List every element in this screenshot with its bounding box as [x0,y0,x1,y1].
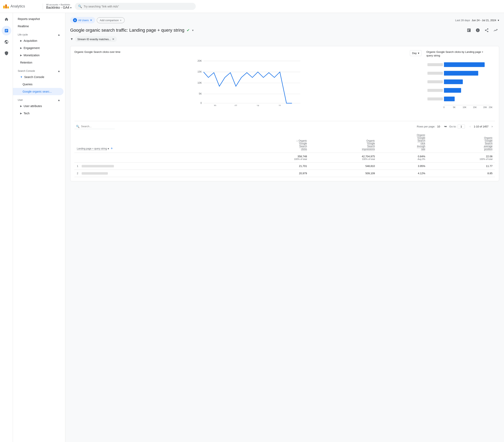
all-users-label: All Users [78,19,89,22]
search-console-label: Search Console [24,75,44,79]
status-check-icon: ✔ [187,28,190,33]
google-organic-label: Google organic searc... [23,90,52,93]
row1-page-cell: 1 [74,163,242,170]
nav-advertising-btn[interactable] [2,48,11,58]
filter-chip-close-icon[interactable]: ✕ [112,37,114,41]
stream-id-filter-chip[interactable]: Stream ID exactly matches... ✕ [75,36,117,42]
total-impressions-cell: 42,704,975 100% of total [309,153,378,163]
nav-reports-btn[interactable] [2,26,11,36]
sidebar-item-acquisition[interactable]: ▶ Acquisition [13,37,65,44]
analytics-logo-icon [3,4,9,8]
all-users-badge[interactable]: A All Users ✕ [70,17,95,23]
svg-text:07: 07 [235,104,237,106]
svg-text:21: 21 [279,104,281,106]
compare-icon-btn[interactable] [465,27,472,34]
pagination: ‹ 1-10 of 1457 › [467,124,495,129]
line-chart-title: Organic Google Search clicks over time [74,50,120,54]
svg-text:25K: 25K [489,106,492,109]
sidebar-item-retention[interactable]: Retention [13,59,65,66]
dropdown-arrow-col[interactable]: ▾ [108,147,109,150]
col-header-ctr[interactable]: OrganicGoogleSearchclickthroughrate [378,132,428,153]
sidebar: Reports snapshot Realtime Life cycle ▲ ▶… [13,13,65,442]
search-input[interactable] [84,5,193,8]
sidebar-item-tech[interactable]: ▶ Tech [13,110,65,117]
total-clicks-cell: 358,748 100% of total [242,153,309,163]
account-name-dropdown[interactable]: Backlinko - GA4 ▾ [46,6,72,9]
tech-label: Tech [24,112,30,115]
search-console-section-header[interactable]: Search Console ▲ [13,66,65,74]
user-circle-icon: A [73,18,77,22]
lifecycle-section-header[interactable]: Life cycle ▲ [13,30,65,37]
rows-per-page-select[interactable]: 10 25 50 [436,125,447,128]
svg-rect-23 [444,88,461,93]
col-header-landing-page[interactable]: Landing page + query string ▾ + [74,132,242,153]
user-section-label: User [18,99,23,101]
pagination-text: 1-10 of 1457 [474,125,488,128]
row1-impressions-cell: 548,810 [309,163,378,170]
row1-clicks-cell: 21,701 [242,163,309,170]
acquisition-label: Acquisition [24,39,37,42]
row2-ctr-cell: 4.12% [378,170,428,177]
chevron-right-icon-3: ▶ [20,54,22,57]
total-position-sub: 100% of total [430,158,492,160]
sidebar-item-reports-snapshot[interactable]: Reports snapshot [13,15,65,23]
add-column-btn[interactable]: + [111,147,113,151]
row2-page-cell: 2 [74,170,242,177]
svg-text:15K: 15K [198,70,202,73]
close-icon: ✕ [90,18,92,22]
chevron-right-icon-2: ▶ [20,47,22,49]
col-header-position[interactable]: OrganicGoogleSearchaverageposition [428,132,495,153]
nav-explore-btn[interactable] [2,37,11,47]
svg-text:15K: 15K [473,106,477,109]
charts-row: Organic Google Search clicks over time D… [74,50,495,121]
goto-label: Go to: [449,125,456,128]
day-selector[interactable]: Day ▾ [410,50,422,56]
bar-chart-area: Organic Google Search clicks by Landing … [426,50,495,121]
sidebar-item-engagement[interactable]: ▶ Engagement [13,44,65,52]
global-search-bar[interactable]: 🔍 [75,3,196,10]
svg-text:30: 30 [214,104,216,106]
svg-rect-17 [444,62,485,67]
share-icon-btn[interactable] [483,27,490,34]
svg-text:5K: 5K [453,106,456,109]
monetization-label: Monetization [24,54,39,57]
trending-icon-btn[interactable] [492,27,499,34]
col-header-impressions[interactable]: OrganicGoogleSearchimpressions [309,132,378,153]
total-ctr-cell: 0.84% Avg 0% [378,153,428,163]
sidebar-item-queries[interactable]: Queries [13,81,65,88]
sidebar-item-google-organic[interactable]: Google organic searc... [13,88,64,95]
sidebar-item-user-attributes[interactable]: ▶ User attributes [13,102,65,110]
day-selector-label: Day [412,52,417,55]
total-clicks-sub: 100% of total [245,158,307,160]
insights-icon-btn[interactable] [474,27,481,34]
chevron-down-icon-rows: ▾ [446,125,447,128]
nav-home-btn[interactable] [2,15,11,24]
sidebar-item-monetization[interactable]: ▶ Monetization [13,52,65,59]
table-search-icon: 🔍 [76,125,79,128]
goto-input[interactable] [458,124,465,129]
table-search-area[interactable]: 🔍 [74,124,115,129]
rows-per-page-control: Rows per page: 10 25 50 ▾ [417,125,447,128]
chevron-down-icon-sc: ▼ [20,76,23,78]
add-comparison-button[interactable]: Add comparison + [97,17,125,23]
data-table: Landing page + query string ▾ + ↓ Organi… [74,132,495,177]
svg-text:10K: 10K [463,106,467,109]
filter-chip-text: Stream ID exactly matches... [77,38,111,41]
dropdown-arrow-title[interactable]: ▾ [192,29,194,32]
date-range-label: Last 28 days [455,19,470,22]
total-position-cell: 22.06 100% of total [428,153,495,163]
user-section-header[interactable]: User ▲ [13,95,65,102]
goto-area: Go to: [449,124,465,129]
next-page-btn[interactable]: › [489,124,495,129]
col-header-clicks[interactable]: ↓ OrganicGoogleSearchclicks [242,132,309,153]
table-search-input[interactable] [81,125,111,128]
date-range-selector[interactable]: Last 28 days Jun 24 - Jul 21, 2024 ▾ [455,19,499,22]
sidebar-item-search-console[interactable]: ▼ Search Console [13,74,65,81]
account-area: All accounts > Backlinko Backlinko - GA4… [43,3,72,9]
filter-chip-area: ▼ Stream ID exactly matches... ✕ [70,36,499,42]
total-clicks-value: 358,748 [245,155,307,158]
svg-text:0: 0 [443,106,445,109]
sidebar-item-realtime[interactable]: Realtime [13,23,65,30]
line-chart-svg: 20K 15K 10K 5K 0 30 [74,58,422,106]
prev-page-btn[interactable]: ‹ [467,124,473,129]
